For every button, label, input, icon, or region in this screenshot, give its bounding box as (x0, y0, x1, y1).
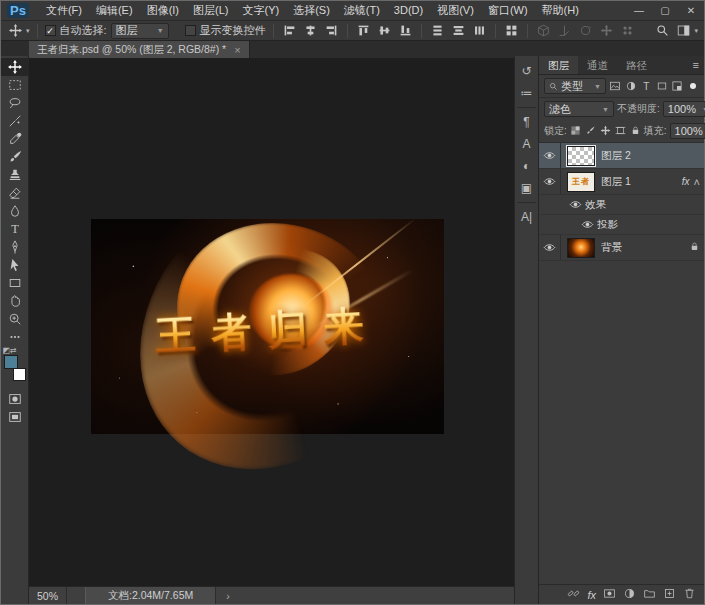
align-horizontal-centers-icon[interactable] (302, 22, 319, 39)
visibility-eye-icon[interactable] (539, 169, 561, 194)
new-group-icon[interactable] (643, 587, 656, 602)
minimize-button[interactable]: — (626, 1, 652, 20)
opacity-dropdown[interactable]: 100%▼ (663, 101, 705, 117)
menu-layer[interactable]: 图层(L) (186, 1, 235, 20)
zoom-tool[interactable] (1, 310, 29, 328)
tab-layers[interactable]: 图层 (539, 56, 578, 74)
move-tool[interactable] (1, 58, 29, 76)
menu-view[interactable]: 视图(V) (430, 1, 481, 20)
menu-image[interactable]: 图像(I) (140, 1, 186, 20)
shape-tool[interactable] (1, 274, 29, 292)
filter-pixel-layers-icon[interactable] (609, 79, 622, 94)
align-right-edges-icon[interactable] (323, 22, 340, 39)
styles-panel-icon[interactable]: ▣ (514, 177, 539, 199)
add-layer-mask-icon[interactable] (603, 587, 616, 602)
auto-align-layers-icon[interactable] (503, 22, 520, 39)
layer-row-background[interactable]: 背景 (539, 235, 704, 261)
path-select-tool[interactable] (1, 256, 29, 274)
menu-3d[interactable]: 3D(D) (387, 1, 430, 20)
quick-mask-icon[interactable] (1, 390, 29, 408)
quick-selection-tool[interactable] (1, 112, 29, 130)
layer-name[interactable]: 图层 2 (601, 149, 631, 163)
layer-thumbnail[interactable]: 王者 (567, 172, 595, 192)
marquee-tool[interactable] (1, 76, 29, 94)
distribute-bottom-edges-icon[interactable] (471, 22, 488, 39)
type-tool[interactable]: T (1, 220, 29, 238)
canvas-pasteboard[interactable]: 王者归来 (29, 58, 514, 586)
distribute-top-edges-icon[interactable] (429, 22, 446, 39)
drop-shadow-label[interactable]: 投影 (597, 218, 618, 232)
document-tab[interactable]: 王者归来.psd @ 50% (图层 2, RGB/8#) * × (29, 41, 250, 58)
add-layer-style-icon[interactable]: fx (587, 589, 596, 601)
close-button[interactable]: ✕ (678, 1, 704, 20)
filter-toggle-icon[interactable] (687, 79, 700, 94)
distribute-vertical-centers-icon[interactable] (450, 22, 467, 39)
menu-help[interactable]: 帮助(H) (535, 1, 586, 20)
paragraph-panel-icon[interactable]: ¶ (514, 111, 539, 133)
background-color-swatch[interactable] (13, 368, 26, 381)
workspace-chevron-icon[interactable]: ▾ (694, 27, 698, 35)
brush-tool[interactable] (1, 148, 29, 166)
filter-adjustment-layers-icon[interactable] (625, 79, 638, 94)
align-left-edges-icon[interactable] (281, 22, 298, 39)
link-layers-icon[interactable] (567, 587, 580, 602)
align-vertical-centers-icon[interactable] (376, 22, 393, 39)
visibility-eye-icon[interactable] (539, 143, 561, 168)
layer-row-effects[interactable]: 效果 (539, 195, 704, 215)
effects-label[interactable]: 效果 (585, 198, 606, 212)
lock-transparent-icon[interactable] (570, 125, 581, 138)
foreground-color-swatch[interactable] (4, 355, 18, 369)
smudge-tool[interactable] (1, 202, 29, 220)
lock-all-icon[interactable] (630, 125, 641, 138)
character-panel-icon[interactable]: A (514, 133, 539, 155)
tool-preset-chevron-icon[interactable]: ▾ (26, 27, 30, 35)
tab-close-icon[interactable]: × (234, 44, 240, 56)
tab-paths[interactable]: 路径 (617, 56, 656, 74)
align-bottom-edges-icon[interactable] (397, 22, 414, 39)
fx-collapse-chevron-icon[interactable]: ˄ (694, 176, 700, 188)
new-adjustment-layer-icon[interactable] (623, 587, 636, 602)
menu-filter[interactable]: 滤镜(T) (337, 1, 387, 20)
layer-thumbnail[interactable] (567, 238, 595, 258)
align-top-edges-icon[interactable] (355, 22, 372, 39)
clone-stamp-tool[interactable] (1, 166, 29, 184)
filter-smart-objects-icon[interactable] (671, 79, 684, 94)
fill-dropdown[interactable]: 100%▼ (670, 123, 705, 139)
visibility-eye-icon[interactable] (577, 215, 597, 234)
status-options-chevron-icon[interactable]: › (226, 590, 230, 602)
properties-panel-icon[interactable]: ≔ (514, 82, 539, 104)
workspace-switcher-icon[interactable] (675, 22, 692, 39)
filter-type-layers-icon[interactable]: T (640, 79, 653, 94)
zoom-level-field[interactable]: 50% (29, 587, 67, 604)
maximize-button[interactable]: ▢ (652, 1, 678, 20)
layer-thumbnail[interactable] (567, 146, 595, 166)
canvas-image[interactable]: 王者归来 (91, 219, 444, 434)
menu-select[interactable]: 选择(S) (286, 1, 337, 20)
lock-position-icon[interactable] (600, 125, 611, 138)
history-panel-icon[interactable]: ↺ (514, 60, 539, 82)
kind-filter-dropdown[interactable]: 类型 ▼ (544, 78, 606, 94)
visibility-eye-icon[interactable] (539, 235, 561, 260)
edit-toolbar-icon[interactable] (1, 328, 29, 346)
delete-layer-icon[interactable] (683, 587, 696, 602)
pen-tool[interactable] (1, 238, 29, 256)
layer-row-layer2[interactable]: 图层 2 (539, 143, 704, 169)
menu-type[interactable]: 文字(Y) (235, 1, 286, 20)
search-icon[interactable] (654, 22, 671, 39)
new-layer-icon[interactable] (663, 587, 676, 602)
menu-edit[interactable]: 编辑(E) (89, 1, 140, 20)
screen-mode-icon[interactable] (1, 408, 29, 426)
visibility-eye-icon[interactable] (565, 195, 585, 214)
auto-select-dropdown[interactable]: 图层▼ (111, 23, 169, 39)
menu-window[interactable]: 窗口(W) (481, 1, 535, 20)
eyedropper-tool[interactable] (1, 130, 29, 148)
layer-fx-badge[interactable]: fx (682, 176, 690, 187)
auto-select-checkbox[interactable]: ✓ (45, 25, 56, 36)
eraser-tool[interactable] (1, 184, 29, 202)
panel-menu-icon[interactable]: ≡ (693, 59, 699, 71)
tab-channels[interactable]: 通道 (578, 56, 617, 74)
layer-name[interactable]: 背景 (601, 241, 622, 255)
filter-shape-layers-icon[interactable] (656, 79, 669, 94)
adjustments-panel-icon[interactable]: ◐ (514, 155, 539, 177)
lock-pixels-icon[interactable] (585, 125, 596, 138)
